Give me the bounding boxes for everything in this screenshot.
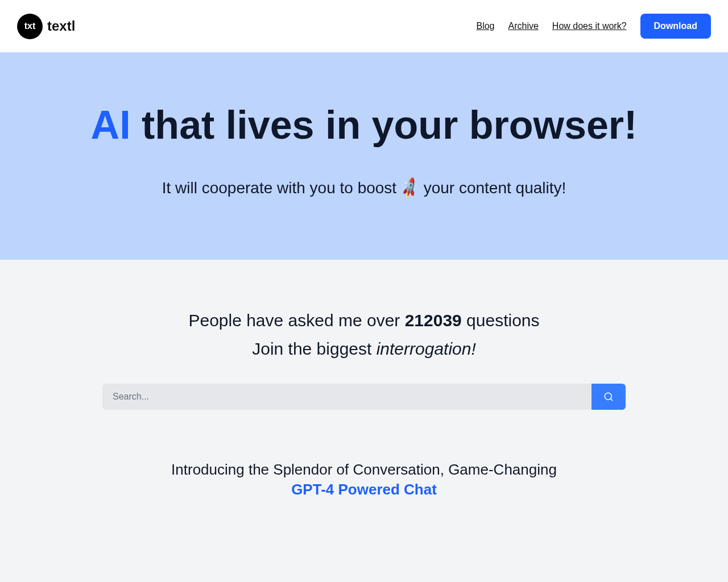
- search-input[interactable]: [102, 384, 592, 410]
- logo-icon-text: txt: [24, 21, 36, 31]
- hero-subtitle-before: It will cooperate with you to boost: [162, 179, 401, 197]
- svg-line-1: [610, 398, 612, 400]
- stats-after: questions: [462, 311, 540, 330]
- nav-link-archive[interactable]: Archive: [508, 21, 538, 31]
- hero-subtitle-after: your content quality!: [419, 179, 566, 197]
- header: txt textl Blog Archive How does it work?…: [0, 0, 728, 52]
- stats-number: 212039: [405, 311, 462, 330]
- download-button[interactable]: Download: [640, 14, 711, 39]
- stats-line: People have asked me over 212039 questio…: [17, 311, 711, 330]
- hero-subtitle: It will cooperate with you to boost 🚀 yo…: [17, 179, 711, 197]
- hero: AI that lives in your browser! It will c…: [0, 52, 728, 260]
- intro-line: Introducing the Splendor of Conversation…: [17, 461, 711, 479]
- search-container: [17, 384, 711, 410]
- stats-before: People have asked me over: [188, 311, 404, 330]
- join-line: Join the biggest interrogation!: [17, 339, 711, 359]
- logo-text: textl: [47, 18, 75, 34]
- join-before: Join the biggest: [252, 339, 376, 358]
- hero-title-ai: AI: [91, 103, 131, 147]
- nav-link-how[interactable]: How does it work?: [552, 21, 627, 31]
- nav: Blog Archive How does it work? Download: [476, 14, 711, 39]
- logo-icon: txt: [17, 14, 43, 39]
- logo[interactable]: txt textl: [17, 14, 75, 39]
- nav-link-blog[interactable]: Blog: [476, 21, 494, 31]
- join-italic: interrogation!: [377, 339, 476, 358]
- hero-title-rest: that lives in your browser!: [131, 103, 638, 147]
- hero-title: AI that lives in your browser!: [17, 103, 711, 147]
- gpt-line: GPT-4 Powered Chat: [17, 481, 711, 498]
- content: People have asked me over 212039 questio…: [0, 260, 728, 533]
- search-button[interactable]: [592, 384, 626, 410]
- search-icon: [603, 392, 614, 402]
